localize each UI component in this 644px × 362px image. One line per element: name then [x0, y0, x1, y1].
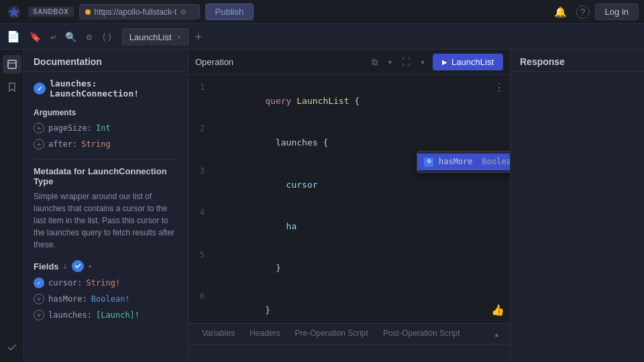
chevron-icon[interactable]: ▾ [417, 55, 429, 69]
undo-icon[interactable]: ↩ [46, 29, 60, 45]
code-line-5: 5 } [189, 248, 510, 290]
args-header: Arguments [34, 108, 178, 117]
autocomplete-item-hasmore[interactable]: ⊙ hasMore Boolean! [417, 154, 510, 170]
field-plus-launches[interactable]: + [34, 310, 44, 320]
like-icon[interactable]: 👍 [491, 302, 504, 319]
fields-header: Fields ↓ ▾ [34, 260, 178, 272]
main-layout: Documentation ✓ launches: LaunchConnecti… [0, 50, 644, 362]
center-topbar: Operation ⧉ ▾ ⛶ ▾ ▶ LaunchList [189, 50, 510, 75]
url-bar[interactable]: https://apollo-fullstack-t ⚙ [79, 4, 200, 19]
icon-bar-bookmark[interactable] [3, 78, 21, 97]
tab-pre-script[interactable]: Pre-Operation Script [288, 324, 375, 344]
section-name: launches: LaunchConnection! [50, 78, 178, 99]
response-header: Response [511, 50, 644, 72]
doc-section-title: ✓ launches: LaunchConnection! [34, 78, 178, 99]
settings-icon[interactable]: ⚙ [82, 29, 95, 45]
tab-close-icon[interactable]: × [177, 33, 181, 41]
doc-header: Documentation [24, 50, 188, 72]
operation-title: Operation [195, 57, 364, 67]
svg-rect-1 [8, 60, 16, 68]
line-content-6: } [213, 290, 510, 323]
collapse-bottom-icon[interactable]: ▴ [490, 324, 503, 344]
doc-content: ✓ launches: LaunchConnection! Arguments … [24, 72, 188, 362]
center-actions: ⧉ ▾ ⛶ ▾ [368, 55, 429, 70]
field-hasmore-name: hasMore: [48, 294, 87, 304]
document-icon[interactable]: 📄 [3, 27, 24, 46]
fields-badge [72, 260, 84, 272]
field-check-cursor: ✓ [34, 278, 44, 288]
field-launches: + launches: [Launch]! [34, 310, 178, 320]
fields-chevron-icon[interactable]: ▾ [88, 262, 93, 271]
icon-bar [0, 50, 24, 362]
tab-launchlist[interactable]: LaunchList × [122, 28, 189, 46]
arg-after-name: after: [48, 139, 77, 149]
secondbar-icons: 📄 🔖 ↩ 🔍 ⚙ ⟨⟩ [3, 27, 117, 46]
check-circle-icon: ✓ [34, 82, 46, 95]
play-icon: ▶ [442, 58, 447, 66]
more-options-icon[interactable]: ⋮ [494, 79, 504, 97]
autocomplete-popup: ⊙ hasMore Boolean! [417, 151, 510, 173]
share-icon[interactable]: ⧉ [368, 55, 381, 70]
bottom-tabs: Variables Headers Pre-Operation Script P… [189, 324, 510, 345]
arg-after: + after: String [34, 139, 178, 149]
bell-icon[interactable]: 🔔 [554, 6, 567, 18]
field-hasmore: + hasMore: Boolean! [34, 294, 178, 304]
field-cursor-type: String! [87, 278, 121, 288]
arg-pagesize-name: pageSize: [48, 123, 92, 133]
line-num-6: 6 [189, 290, 213, 303]
status-dot [85, 9, 91, 15]
code-line-4: 4 ha [189, 206, 510, 247]
run-button[interactable]: ▶ LaunchList [433, 54, 503, 70]
field-cursor: ✓ cursor: String! [34, 278, 178, 288]
line-content-4: ha [213, 206, 510, 247]
ac-hasmore-type: Boolean! [482, 156, 510, 168]
line-num-3: 3 [189, 164, 213, 178]
secondbar: 📄 🔖 ↩ 🔍 ⚙ ⟨⟩ LaunchList × + [0, 24, 644, 50]
help-icon[interactable]: ? [576, 5, 590, 19]
field-launches-type: [Launch]! [96, 310, 140, 320]
line-num-2: 2 [189, 122, 213, 135]
arg-pagesize: + pageSize: Int [34, 123, 178, 133]
line-content-1: query LaunchList { [213, 80, 510, 122]
icon-bar-check[interactable] [3, 338, 21, 357]
search-icon[interactable]: 🔍 [61, 29, 80, 45]
url-gear-icon[interactable]: ⚙ [180, 7, 186, 17]
meta-section: Metadata for LaunchConnection Type Simpl… [34, 159, 178, 251]
code-editor[interactable]: 1 query LaunchList { 2 launches { 3 curs… [189, 75, 510, 323]
collapse-icon[interactable]: ⟨⟩ [97, 29, 117, 45]
meta-title: Metadata for LaunchConnection Type [34, 166, 178, 186]
arg-after-type: String [81, 139, 110, 149]
plus-icon-pagesize[interactable]: + [34, 123, 44, 133]
login-button[interactable]: Log in [595, 3, 639, 20]
tab-label: LaunchList [129, 32, 172, 42]
tab-post-script[interactable]: Post-Operation Script [376, 324, 467, 344]
ac-type-icon: ⊙ [424, 158, 433, 167]
line-num-1: 1 [189, 80, 213, 94]
app-logo [5, 3, 23, 21]
run-label: LaunchList [451, 57, 494, 67]
line-num-5: 5 [189, 248, 213, 261]
publish-button[interactable]: Publish [205, 3, 254, 20]
line-content-5: } [213, 248, 510, 290]
topbar-icons: 🔔 ? [554, 5, 590, 19]
fullscreen-icon[interactable]: ⛶ [398, 55, 414, 69]
code-line-1: 1 query LaunchList { [189, 80, 510, 122]
url-text: https://apollo-fullstack-t [95, 7, 177, 17]
field-plus-hasmore[interactable]: + [34, 294, 44, 304]
bookmark-icon[interactable]: 🔖 [25, 29, 45, 45]
center-panel: Operation ⧉ ▾ ⛶ ▾ ▶ LaunchList 1 query L… [189, 50, 510, 362]
fields-label: Fields [34, 261, 59, 272]
tab-add-icon[interactable]: + [191, 30, 206, 43]
tab-headers[interactable]: Headers [243, 324, 286, 344]
response-content [511, 72, 644, 362]
code-line-6: 6 } [189, 290, 510, 323]
tab-variables[interactable]: Variables [195, 324, 241, 344]
meta-desc: Simple wrapper around our list of launch… [34, 190, 178, 251]
field-cursor-name: cursor: [48, 278, 83, 288]
expand-icon[interactable]: ▾ [384, 55, 396, 69]
icon-bar-explorer[interactable] [3, 55, 21, 74]
fields-arrow-icon[interactable]: ↓ [63, 261, 68, 271]
sandbox-badge: SANDBOX [28, 7, 74, 17]
plus-icon-after[interactable]: + [34, 139, 44, 149]
topbar: SANDBOX https://apollo-fullstack-t ⚙ Pub… [0, 0, 644, 24]
